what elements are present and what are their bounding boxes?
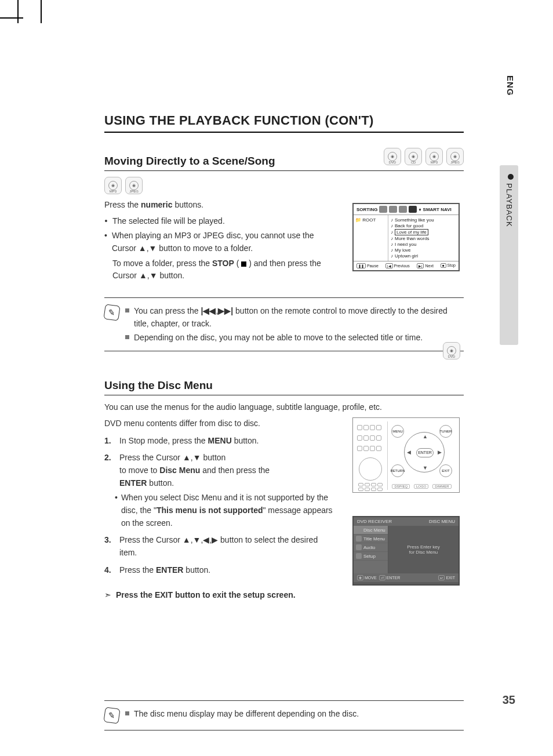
page-number: 35	[503, 693, 515, 707]
crop-mark	[17, 0, 35, 23]
section-tab-label: PLAYBACK	[505, 183, 514, 227]
dvd-badge-side: ◉DVD	[443, 342, 460, 359]
crop-mark	[41, 0, 42, 23]
fb-header: SORTING ♦SMART NAVI	[354, 204, 459, 215]
language-tab: ENG	[505, 75, 515, 96]
dvd-badge-icon: ◉DVD	[443, 342, 460, 359]
osd-item: Title Menu	[354, 535, 388, 543]
osd-figure: DVD RECEIVERDISC MENU Disc MenuTitle Men…	[352, 516, 460, 586]
osd-sidebar: Disc MenuTitle MenuAudioSetup	[354, 526, 388, 573]
note-item: You can press the |◀◀,▶▶| button on the …	[125, 305, 464, 330]
note-box-1: ✎ You can press the |◀◀,▶▶| button on th…	[104, 297, 464, 351]
fb-tree: 📁 ROOT	[354, 215, 388, 261]
remote-zoom: MENU TUNER RETURN EXIT ▲▼◀▶ ENTER DSP/EQ…	[387, 421, 456, 490]
note-icon: ✎	[103, 304, 120, 321]
page-title: USING THE PLAYBACK FUNCTION (CON'T)	[104, 113, 464, 133]
bullet-item: •The selected file will be played.	[104, 215, 336, 228]
bullet-continuation: To move a folder, press the STOP ( ) and…	[112, 257, 336, 282]
step-4: 4.Press the ENTER button.	[104, 564, 336, 577]
step-2: 2. Press the Cursor ▲,▼ button to move t…	[104, 452, 336, 489]
note-box-2: ✎ The disc menu display may be different…	[104, 700, 464, 730]
osd-item: Setup	[354, 552, 388, 561]
note-item: Depending on the disc, you may not be ab…	[125, 332, 464, 344]
fb-tracklist: ♪Something like you♪Back for good♪Love o…	[388, 215, 459, 261]
cd-badge-icon: ◉CD	[405, 148, 422, 165]
square-bullet-icon	[125, 711, 129, 715]
track-row: ♪My love	[391, 248, 456, 253]
discmenu-intro1: You can use the menus for the audio lang…	[104, 401, 464, 414]
osd-footer: ✥MOVE ⏎ENTER ↩EXIT	[354, 573, 459, 582]
track-row: ♪Uptown girl	[391, 253, 456, 259]
osd-item: Audio	[354, 543, 388, 552]
osd-header: DVD RECEIVERDISC MENU	[354, 517, 459, 526]
track-row: ♪I need you	[391, 242, 456, 247]
manual-page: ENG PLAYBACK 35 USING THE PLAYBACK FUNCT…	[0, 0, 553, 756]
track-row: ♪Something like you	[391, 217, 456, 223]
mp3-badge-icon: ◉MP3	[425, 148, 443, 165]
section-tab: PLAYBACK	[505, 174, 514, 227]
file-browser-figure: SORTING ♦SMART NAVI 📁 ROOT ♪Something li…	[352, 203, 460, 271]
discmenu-steps: 1.In Stop mode, press the MENU button. 2…	[104, 435, 336, 577]
track-row: ♪Love of my life	[391, 229, 456, 235]
step-3: 3.Press the Cursor ▲,▼,◀,▶ button to sel…	[104, 534, 336, 559]
fb-footer: ❚❚Pause |◀Previous ▶|Next ■Stop	[354, 261, 459, 270]
remote-full	[356, 423, 384, 491]
discmenu-heading: Using the Disc Menu	[104, 379, 464, 395]
step-1: 1.In Stop mode, press the MENU button.	[104, 435, 336, 448]
square-bullet-icon	[125, 335, 129, 339]
note-icon: ✎	[103, 707, 120, 724]
pointer-icon: ➣	[104, 589, 111, 602]
track-row: ♪Back for good	[391, 223, 456, 228]
menu-button-icon: MENU	[391, 425, 404, 438]
step-2-sub: • When you select Disc Menu and it is no…	[115, 492, 336, 529]
moving-bullets: •The selected file will be played. •When…	[104, 215, 336, 282]
osd-main: Press Enter keyfor Disc Menu	[388, 526, 459, 573]
format-badges-under: ◉MP3 ◉JPEG	[104, 177, 464, 194]
remote-figure: MENU TUNER RETURN EXIT ▲▼◀▶ ENTER DSP/EQ…	[352, 417, 460, 493]
exit-instruction: ➣ Press the EXIT button to exit the setu…	[104, 589, 464, 602]
bullet-item: •When playing an MP3 or JPEG disc, you c…	[104, 230, 336, 255]
mp3-badge-icon: ◉MP3	[104, 177, 122, 194]
dpad-icon: ▲▼◀▶ ENTER	[404, 432, 445, 472]
dvd-badge-icon: ◉DVD	[384, 148, 401, 165]
note-item: The disc menu display may be different d…	[125, 708, 374, 721]
stop-icon	[241, 261, 246, 267]
osd-item: Disc Menu	[354, 526, 388, 535]
jpeg-badge-icon: ◉JPEG	[125, 177, 143, 194]
square-bullet-icon	[125, 308, 129, 312]
jpeg-badge-icon: ◉JPEG	[446, 148, 464, 165]
return-button-icon: RETURN	[391, 464, 404, 477]
format-badges-top: ◉DVD ◉CD ◉MP3 ◉JPEG	[384, 148, 464, 165]
bullet-icon	[508, 174, 514, 180]
track-row: ♪More than words	[391, 236, 456, 241]
